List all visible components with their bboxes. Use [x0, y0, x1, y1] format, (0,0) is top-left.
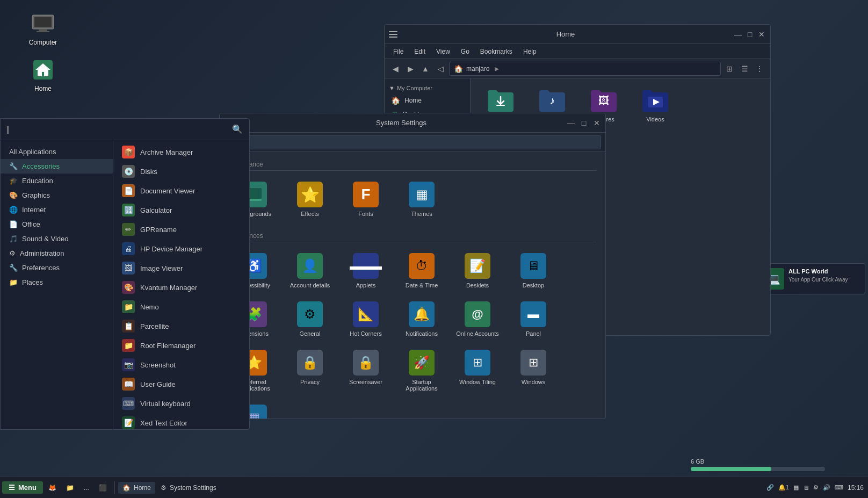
taskbar-file-manager[interactable]: 📁 — [62, 482, 78, 494]
taskbar-notif-count[interactable]: 🔔1 — [778, 484, 789, 491]
maximize-button[interactable]: □ — [746, 30, 754, 39]
taskbar-home[interactable]: 🏠 Home — [118, 482, 155, 494]
app-galculator[interactable]: 🔢 Galculator — [113, 200, 249, 220]
app-kvantum-manager[interactable]: 🎨 Kvantum Manager — [113, 278, 249, 297]
taskbar-time: 15:16 — [848, 484, 864, 492]
app-disks[interactable]: 💿 Disks — [113, 162, 249, 181]
minimize-button[interactable]: — — [734, 30, 742, 39]
sidebar-home[interactable]: 🏠 Home — [385, 93, 470, 107]
app-hp-device-manager[interactable]: 🖨 HP Device Manager — [113, 239, 249, 258]
computer-icon-img — [30, 11, 56, 37]
sysset-screensaver[interactable]: 🔒 Screensaver — [340, 345, 392, 396]
taskbar-xfce[interactable]: ⬛ — [95, 482, 111, 494]
kvantum-manager-icon: 🎨 — [122, 281, 135, 294]
desktop-icons: Computer Home — [21, 11, 64, 92]
cat-sound-video[interactable]: 🎵 Sound & Video — [1, 232, 113, 246]
menu-bookmarks[interactable]: Bookmarks — [476, 47, 517, 56]
screenshot-icon: 📷 — [122, 358, 135, 371]
up-button[interactable]: ▲ — [419, 62, 432, 75]
sysset-applets[interactable]: ▬▬▬ Applets — [340, 249, 392, 293]
menu-view[interactable]: View — [432, 47, 454, 56]
view-list-button[interactable]: ☰ — [738, 62, 751, 75]
file-videos[interactable]: Videos — [634, 87, 677, 122]
taskbar-volume-icon[interactable]: 🔊 — [823, 484, 830, 491]
taskbar-more[interactable]: ... — [79, 482, 93, 494]
menu-go[interactable]: Go — [457, 47, 474, 56]
computer-icon[interactable]: Computer — [21, 11, 64, 46]
cat-all-apps[interactable]: All Applications — [1, 145, 113, 159]
sysset-date-time[interactable]: ⏱ Date & Time — [396, 249, 447, 293]
sysset-desklets[interactable]: 📝 Desklets — [452, 249, 503, 293]
cat-preferences[interactable]: 🔧 Preferences — [1, 261, 113, 275]
app-gprename[interactable]: ✏ GPRename — [113, 220, 249, 239]
app-nemo[interactable]: 📁 Nemo — [113, 297, 249, 316]
cat-places[interactable]: 📁 Places — [1, 275, 113, 290]
app-archive-manager[interactable]: 📦 Archive Manager — [113, 142, 249, 162]
sysset-close[interactable]: ✕ — [592, 119, 601, 127]
window-tiling-icon: ⊞ — [465, 350, 490, 376]
sysset-effects[interactable]: ⭐ Effects — [284, 177, 336, 221]
cat-accessories[interactable]: 🔧 Accessories — [1, 159, 113, 174]
sysset-hot-corners[interactable]: 📐 Hot Corners — [340, 297, 392, 341]
taskbar-settings-icon[interactable]: ⚙ — [813, 484, 819, 491]
sysset-window-tiling[interactable]: ⊞ Window Tiling — [452, 345, 503, 396]
app-document-viewer[interactable]: 📄 Document Viewer — [113, 181, 249, 200]
cat-graphics[interactable]: 🎨 Graphics — [1, 188, 113, 203]
forward-button[interactable]: ▶ — [404, 62, 417, 75]
sysset-privacy[interactable]: 🔒 Privacy — [284, 345, 336, 396]
app-xed-text-editor[interactable]: 📝 Xed Text Editor — [113, 413, 249, 429]
taskbar-screen-icon[interactable]: 🖥 — [803, 485, 809, 491]
app-screenshot[interactable]: 📷 Screenshot — [113, 355, 249, 374]
sysset-themes[interactable]: ▦ Themes — [396, 177, 447, 221]
menu-file[interactable]: File — [389, 47, 408, 56]
sysset-notifications[interactable]: 🔔 Notifications — [396, 297, 447, 341]
view-more-button[interactable]: ⋮ — [753, 62, 766, 75]
sysset-minimize[interactable]: — — [567, 119, 575, 127]
close-button[interactable]: ✕ — [757, 30, 766, 39]
sysset-desktop[interactable]: 🖥 Desktop — [508, 249, 559, 293]
sysset-panel[interactable]: ▬ Panel — [508, 297, 559, 341]
view-grid-button[interactable]: ⊞ — [723, 62, 736, 75]
sysset-maximize[interactable]: □ — [580, 119, 588, 127]
appearance-section-title: Appearance — [228, 161, 597, 171]
app-user-guide[interactable]: 📖 User Guide — [113, 374, 249, 394]
taskbar-network-icon[interactable]: 🔗 — [766, 484, 774, 491]
sysset-startup-apps[interactable]: 🚀 Startup Applications — [396, 345, 447, 396]
hamburger-menu-icon[interactable] — [389, 31, 397, 38]
home-icon[interactable]: Home — [21, 57, 64, 92]
app-root-filemanager[interactable]: 📁 Root Filemanager — [113, 336, 249, 355]
cat-office[interactable]: 📄 Office — [1, 217, 113, 232]
taskbar-menu-button[interactable]: ☰ Menu — [2, 481, 43, 494]
nav-left-button[interactable]: ◁ — [434, 62, 447, 75]
sysset-search-input[interactable] — [238, 135, 601, 149]
preferences-grid: ♿ Accessibility 👤 Account details ▬▬▬ Ap… — [228, 249, 597, 418]
app-parcellite[interactable]: 📋 Parcellite — [113, 316, 249, 336]
app-image-viewer[interactable]: 🖼 Image Viewer — [113, 258, 249, 278]
menu-edit[interactable]: Edit — [410, 47, 430, 56]
sysset-general[interactable]: ⚙ General — [284, 297, 336, 341]
home-label: Home — [34, 85, 52, 92]
my-computer-header: ▼ My Computer — [385, 83, 470, 93]
notif-subtitle: Your App Our Click Away — [789, 277, 848, 283]
app-virtual-keyboard[interactable]: ⌨ Virtual keyboard — [113, 394, 249, 413]
sysset-account-details[interactable]: 👤 Account details — [284, 249, 336, 293]
menu-help[interactable]: Help — [519, 47, 541, 56]
sysset-fonts[interactable]: F Fonts — [340, 177, 392, 221]
cat-administration[interactable]: ⚙ Administration — [1, 246, 113, 261]
fonts-icon: F — [353, 182, 379, 207]
sysset-windows[interactable]: ⊞ Windows — [508, 345, 559, 396]
taskbar-layout-icon[interactable]: ▦ — [793, 484, 799, 491]
address-text: manjaro — [466, 65, 489, 73]
sysset-online-accounts[interactable]: @ Online Accounts — [452, 297, 503, 341]
preferences-icon: 🔧 — [9, 264, 18, 272]
app-menu-search-input[interactable] — [7, 125, 228, 134]
archive-manager-icon: 📦 — [122, 146, 135, 158]
cat-education[interactable]: 🎓 Education — [1, 174, 113, 188]
taskbar-sysset[interactable]: ⚙ System Settings — [156, 482, 221, 494]
back-button[interactable]: ◀ — [389, 62, 402, 75]
effects-label: Effects — [301, 211, 319, 217]
cat-internet[interactable]: 🌐 Internet — [1, 203, 113, 217]
taskbar-keyboard-icon[interactable]: ⌨ — [835, 484, 843, 491]
taskbar-firefox[interactable]: 🦊 — [44, 482, 61, 494]
xfce-taskbar-icon: ⬛ — [99, 484, 107, 492]
